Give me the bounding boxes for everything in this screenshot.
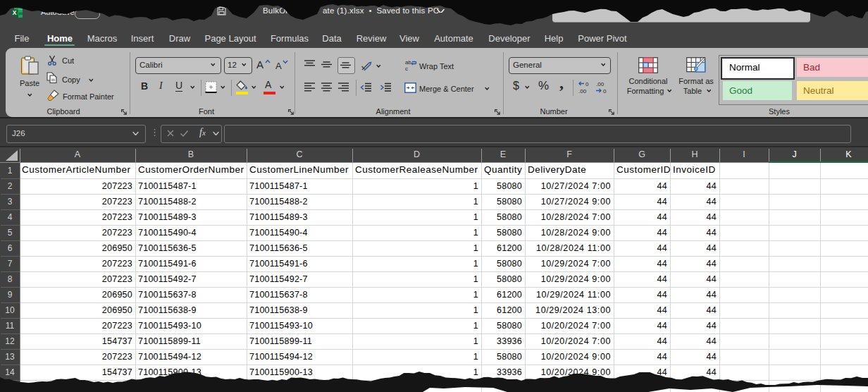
svg-text:c: c: [405, 66, 408, 72]
svg-text:0: 0: [603, 88, 607, 94]
svg-text:.00: .00: [596, 81, 604, 87]
svg-text:0: 0: [585, 81, 589, 87]
svg-text:.00: .00: [578, 88, 587, 94]
